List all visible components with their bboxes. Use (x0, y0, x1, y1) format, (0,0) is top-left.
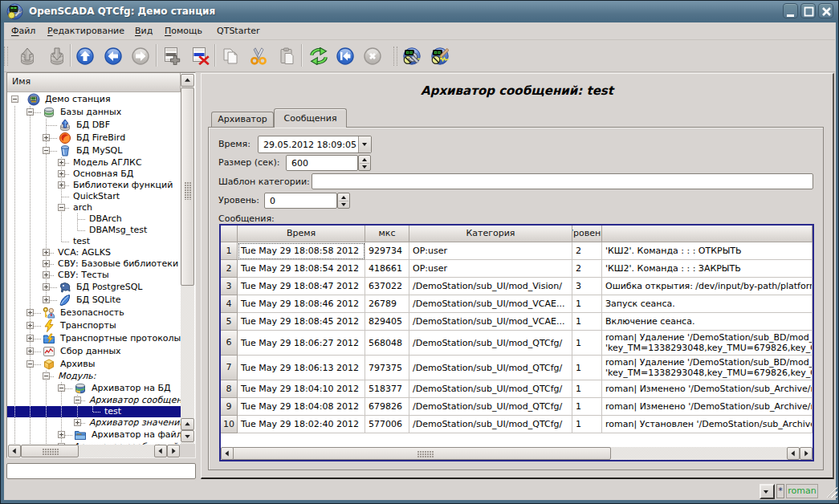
expand-icon[interactable] (43, 296, 50, 303)
table-cell-mcs-10[interactable]: 577006 (365, 416, 409, 433)
resize-grip[interactable] (826, 486, 837, 498)
table-cell-lev-8[interactable]: 1 (572, 380, 602, 398)
table-cell-cat-9[interactable]: /DemoStation/sub_UI/mod_QTCfg/ (409, 398, 572, 416)
tree-item-основная-бд[interactable]: Основная БД (7, 169, 181, 180)
load-from-db-button[interactable] (16, 45, 39, 67)
expand-icon[interactable] (26, 309, 34, 316)
expand-icon[interactable] (26, 348, 34, 355)
table-cell-mcs-4[interactable]: 26789 (365, 295, 409, 313)
statusbar-combo-button[interactable] (760, 484, 775, 499)
table-cell-time-4[interactable]: Tue May 29 18:08:46 2012 (238, 295, 365, 313)
table-cell-lev-5[interactable]: 1 (572, 313, 602, 331)
cut-item-button[interactable] (247, 45, 270, 67)
table-cell-msg-1[interactable]: 'КШ2'. Команда : : : ОТКРЫТЬ (602, 242, 813, 260)
table-cell-cat-7[interactable]: /DemoStation/sub_UI/mod_QTCfg/ (409, 356, 572, 380)
collapse-icon[interactable] (26, 360, 34, 368)
tree-vertical-scrollbar[interactable] (181, 74, 194, 444)
tree-item-бд-postgresql[interactable]: БД PostgreSQL (7, 281, 181, 294)
vision-starter-button[interactable] (429, 45, 451, 67)
table-cell-msg-10[interactable]: roman| Установлен '/DemoStation/sub_Arch… (602, 416, 813, 433)
tree-item-arch[interactable]: arch (7, 202, 181, 213)
table-cell-cat-4[interactable]: /DemoStation/sub_UI/mod_VCAE... (409, 295, 572, 313)
table-cell-lev-4[interactable]: 1 (572, 295, 602, 313)
table-cell-mcs-3[interactable]: 637022 (365, 278, 409, 295)
expand-icon[interactable] (26, 335, 34, 342)
close-button[interactable] (818, 3, 833, 18)
table-cell-time-5[interactable]: Tue May 29 18:08:45 2012 (238, 313, 365, 331)
row-header-8[interactable]: 8 (221, 380, 238, 398)
collapse-icon[interactable] (11, 96, 18, 103)
size-spin-buttons[interactable] (358, 155, 371, 171)
tree-item-сву-тесты[interactable]: СВУ: Тесты (7, 270, 181, 281)
table-cell-mcs-2[interactable]: 418661 (365, 260, 409, 278)
table-cell-cat-5[interactable]: /DemoStation/sub_UI/mod_VCAE... (409, 313, 572, 331)
table-cell-msg-9[interactable]: roman| Изменено '/DemoStation/sub_Archiv… (602, 398, 813, 416)
table-cell-time-7[interactable]: Tue May 29 18:06:13 2012 (238, 356, 365, 380)
table-cell-msg-2[interactable]: 'КШ2'. Команда : : : ЗАКРЫТЬ (602, 260, 813, 278)
table-cell-cat-2[interactable]: OP:user (409, 260, 572, 278)
table-cell-lev-9[interactable]: 1 (572, 398, 602, 416)
go-forward-button[interactable] (129, 45, 152, 67)
expand-icon[interactable] (58, 181, 65, 189)
tree-item-сбор-данных[interactable]: Сбор данных (7, 345, 181, 358)
table-cell-cat-10[interactable]: /DemoStation/sub_UI/mod_QTCfg/ (409, 416, 572, 433)
menu-вид[interactable]: Вид (135, 22, 153, 39)
expand-icon[interactable] (43, 271, 50, 278)
tree-item-test[interactable]: test (7, 406, 181, 417)
tree-item-демо-станция[interactable]: Демо станция (7, 93, 181, 106)
column-header-Время[interactable]: Время (238, 226, 365, 242)
menu-файл[interactable]: Файл (11, 22, 35, 39)
row-header-2[interactable]: 2 (221, 260, 238, 278)
table-cell-time-8[interactable]: Tue May 29 18:04:10 2012 (238, 380, 365, 398)
expand-icon[interactable] (43, 260, 50, 267)
table-cell-cat-8[interactable]: /DemoStation/sub_UI/mod_QTCfg/ (409, 380, 572, 398)
collapse-icon[interactable] (58, 204, 65, 211)
tree-item-базы-данных[interactable]: Базы данных (7, 106, 181, 119)
expand-icon[interactable] (43, 283, 50, 291)
go-up-button[interactable] (74, 45, 96, 67)
row-header-7[interactable]: 7 (221, 356, 238, 380)
table-cell-msg-6[interactable]: roman| Удаление '/DemoStation/sub_BD/mod… (602, 331, 813, 356)
scrollbar-thumb[interactable] (232, 447, 611, 460)
start-periodic-update-button[interactable] (334, 45, 356, 67)
save-to-db-button[interactable] (46, 45, 68, 67)
table-cell-lev-6[interactable]: 1 (572, 331, 602, 356)
table-cell-mcs-8[interactable]: 518377 (365, 380, 409, 398)
row-header-9[interactable]: 9 (221, 398, 238, 416)
scroll-left-button[interactable] (221, 447, 234, 460)
qtcfg-starter-button[interactable] (401, 45, 423, 67)
table-cell-msg-7[interactable]: roman| Удаление '/DemoStation/sub_BD/mod… (602, 356, 813, 380)
toolbar-handle[interactable] (393, 47, 397, 66)
scroll-left-button[interactable] (8, 445, 21, 457)
tree-item-транспорты[interactable]: Транспорты (7, 319, 181, 332)
table-cell-cat-1[interactable]: OP:user (409, 242, 572, 260)
stop-button[interactable] (361, 45, 384, 67)
table-cell-time-1[interactable]: Tue May 29 18:08:58 2012 (238, 242, 365, 260)
collapse-icon[interactable] (74, 396, 81, 404)
row-header-1[interactable]: 1 (221, 242, 238, 260)
table-cell-msg-8[interactable]: roman| Изменено '/DemoStation/sub_Archiv… (602, 380, 813, 398)
tree-horizontal-scrollbar[interactable] (8, 445, 180, 457)
tree-item-бд-sqlite[interactable]: БД SQLite (7, 294, 181, 307)
tree-item-архиватор-сообщений[interactable]: Архиватор сообщений (7, 395, 181, 406)
tree-item-архиватор-на-файловую-систему[interactable]: Архиватор на файловую систему (7, 429, 181, 441)
scroll-left-button[interactable] (154, 445, 167, 457)
table-horizontal-scrollbar[interactable] (221, 447, 813, 460)
level-spin-buttons[interactable] (337, 193, 350, 209)
menu-qtstarter[interactable]: QTStarter (217, 22, 260, 39)
table-cell-time-10[interactable]: Tue May 29 18:02:40 2012 (238, 416, 365, 433)
row-header-6[interactable]: 6 (221, 331, 238, 356)
tree-item-quickstart[interactable]: QuickStart (7, 191, 181, 202)
refresh-button[interactable] (307, 45, 330, 67)
table-cell-time-6[interactable]: Tue May 29 18:06:27 2012 (238, 331, 365, 356)
table-cell-time-3[interactable]: Tue May 29 18:08:47 2012 (238, 278, 365, 295)
tab-messages[interactable]: Сообщения (274, 108, 347, 128)
expand-icon[interactable] (58, 159, 65, 166)
tree-header[interactable]: Имя (7, 73, 181, 92)
scroll-right-button[interactable] (800, 447, 813, 460)
expand-icon[interactable] (43, 249, 50, 256)
table-cell-msg-4[interactable]: Запуск сеанса. (602, 295, 813, 313)
tree-item-сву-базовые-библиотеки[interactable]: СВУ: Базовые библиотеки (7, 258, 181, 270)
expand-icon[interactable] (58, 431, 65, 438)
table-cell-mcs-1[interactable]: 929734 (365, 242, 409, 260)
